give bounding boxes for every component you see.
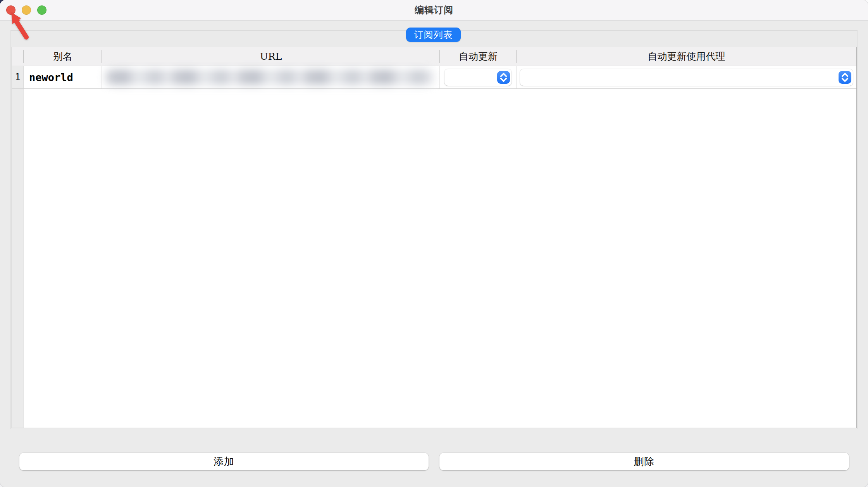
header-auto-update[interactable]: 自动更新: [440, 47, 517, 66]
url-cell[interactable]: [102, 66, 440, 88]
auto-update-proxy-cell: [517, 66, 856, 88]
subscription-table: 别名 URL 自动更新 自动更新使用代理 1 neworld: [12, 47, 857, 428]
auto-update-proxy-select[interactable]: [520, 69, 853, 86]
auto-update-select[interactable]: [444, 69, 512, 86]
header-url[interactable]: URL: [102, 47, 440, 66]
chevron-up-down-icon: [497, 71, 510, 84]
row-number-gutter: [12, 47, 24, 428]
header-auto-update-proxy[interactable]: 自动更新使用代理: [517, 47, 856, 66]
tab-subscription-list[interactable]: 订阅列表: [406, 28, 461, 42]
close-button[interactable]: [6, 5, 16, 15]
table-header: 别名 URL 自动更新 自动更新使用代理: [12, 47, 856, 66]
auto-update-cell: [440, 66, 517, 88]
delete-button[interactable]: 删除: [439, 453, 849, 470]
traffic-lights: [6, 5, 46, 15]
header-corner: [12, 47, 24, 66]
alias-cell[interactable]: neworld: [24, 66, 102, 88]
row-number[interactable]: 1: [12, 66, 24, 88]
chevron-up-down-icon: [839, 71, 851, 84]
app-window: 编辑订阅 订阅列表 别名 URL 自动更新 自动更新使用代理 1 neworld: [0, 0, 868, 487]
table-row: 1 neworld: [12, 66, 856, 89]
minimize-button[interactable]: [22, 5, 31, 15]
titlebar: 编辑订阅: [0, 0, 868, 21]
window-title: 编辑订阅: [415, 4, 453, 16]
add-button[interactable]: 添加: [19, 453, 429, 470]
redacted-url-blur: [106, 69, 434, 85]
zoom-button[interactable]: [37, 5, 46, 15]
header-alias[interactable]: 别名: [24, 47, 102, 66]
